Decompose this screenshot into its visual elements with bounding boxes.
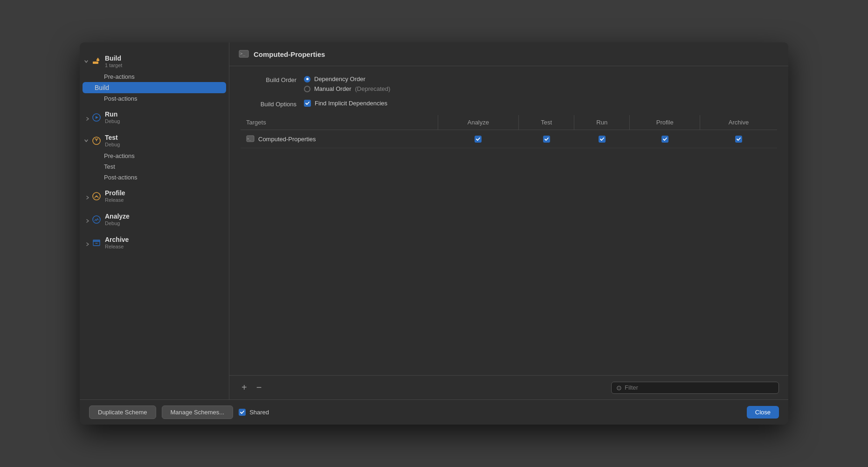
archive-checkbox[interactable] [735, 136, 742, 143]
build-order-label: Build Order [241, 76, 296, 83]
filter-icon: ⊙ [616, 384, 622, 391]
profile-title-block: Profile Release [105, 189, 125, 203]
post-actions-test-label: Post-actions [104, 174, 138, 181]
main-header: >_ Computed-Properties [229, 42, 788, 66]
target-name-cell: >_ Computed-Properties [241, 130, 438, 148]
run-icon [92, 113, 101, 122]
chevron-analyze-icon [85, 217, 90, 222]
sidebar-section-run: Run Debug [80, 106, 229, 129]
sidebar-section-analyze: Analyze Debug [80, 208, 229, 231]
manual-order-option[interactable]: Manual Order (Deprecated) [304, 85, 390, 92]
analyze-checkbox-cell[interactable] [438, 130, 519, 148]
analyze-title: Analyze [105, 213, 130, 220]
col-profile: Profile [630, 115, 700, 130]
remove-button[interactable]: − [254, 381, 265, 394]
chevron-build-icon [85, 59, 90, 64]
checkmark-icon: ✓ [86, 84, 92, 91]
analyze-subtitle: Debug [105, 220, 130, 227]
build-action-label: Build [95, 84, 109, 91]
sidebar-section-profile: Profile Release [80, 185, 229, 208]
test-checkbox-cell[interactable] [519, 130, 574, 148]
analyze-icon [92, 215, 101, 224]
col-test: Test [519, 115, 574, 130]
test-action-label: Test [104, 163, 115, 170]
analyze-checkbox[interactable] [475, 136, 482, 143]
svg-rect-0 [93, 62, 98, 64]
sidebar-group-archive[interactable]: Archive Release [80, 233, 229, 253]
find-implicit-option[interactable]: Find Implicit Dependencies [304, 100, 387, 107]
col-analyze: Analyze [438, 115, 519, 130]
run-checkbox-cell[interactable] [574, 130, 630, 148]
run-title-block: Run Debug [105, 110, 120, 124]
run-subtitle: Debug [105, 118, 120, 124]
pre-actions-test-label: Pre-actions [104, 152, 135, 159]
profile-subtitle: Release [105, 197, 125, 203]
sidebar-group-analyze[interactable]: Analyze Debug [80, 210, 229, 229]
sidebar-group-profile[interactable]: Profile Release [80, 186, 229, 206]
sidebar-item-test-action[interactable]: Test [80, 161, 229, 172]
test-subtitle: Debug [105, 142, 120, 148]
sidebar-group-build[interactable]: Build 1 target [80, 52, 229, 71]
dependency-order-label: Dependency Order [314, 76, 365, 82]
chevron-test-icon [85, 138, 90, 143]
build-title: Build [105, 55, 122, 62]
test-title-block: Test Debug [105, 134, 120, 148]
target-icon: >_ [246, 135, 255, 143]
col-targets: Targets [241, 115, 438, 130]
find-implicit-checkbox[interactable] [304, 100, 311, 107]
profile-title: Profile [105, 189, 125, 197]
main-footer: + − ⊙ [229, 375, 788, 399]
duplicate-scheme-button[interactable]: Duplicate Scheme [89, 405, 156, 419]
sidebar-item-post-actions-build[interactable]: Post-actions [80, 93, 229, 104]
main-header-title: Computed-Properties [254, 50, 325, 58]
target-name-label: Computed-Properties [258, 136, 316, 143]
manual-order-radio[interactable] [304, 86, 310, 92]
svg-text:>_: >_ [240, 51, 245, 56]
add-button[interactable]: + [239, 381, 250, 394]
main-header-icon: >_ [239, 49, 249, 59]
test-checkbox[interactable] [543, 136, 550, 143]
sidebar-group-run[interactable]: Run Debug [80, 108, 229, 127]
run-title: Run [105, 110, 120, 118]
close-button[interactable]: Close [747, 406, 779, 419]
profile-checkbox[interactable] [661, 136, 668, 143]
dependency-order-radio[interactable] [304, 76, 310, 82]
shared-wrap: Shared [239, 409, 269, 416]
sidebar-item-pre-actions-test[interactable]: Pre-actions [80, 151, 229, 161]
archive-title: Archive [105, 236, 129, 244]
build-options-label: Build Options [241, 100, 296, 108]
hammer-icon [92, 57, 101, 66]
sidebar-item-pre-actions-build[interactable]: Pre-actions [80, 71, 229, 82]
profile-icon [92, 192, 101, 201]
sidebar-item-build-action[interactable]: ✓ Build [83, 82, 226, 93]
archive-subtitle: Release [105, 244, 129, 250]
run-checkbox[interactable] [599, 136, 606, 143]
filter-input[interactable] [625, 384, 774, 391]
build-order-options: Dependency Order Manual Order (Deprecate… [304, 76, 390, 92]
build-options-row: Build Options Find Implicit Dependencies [241, 100, 777, 108]
profile-checkbox-cell[interactable] [630, 130, 700, 148]
sidebar: Build 1 target Pre-actions ✓ Build Post-… [80, 42, 229, 399]
svg-point-6 [96, 195, 97, 197]
post-actions-build-label: Post-actions [104, 95, 138, 102]
analyze-title-block: Analyze Debug [105, 213, 130, 227]
bottom-bar: Duplicate Scheme Manage Schemes... Share… [80, 399, 788, 425]
test-title: Test [105, 134, 120, 142]
dialog-content: Build 1 target Pre-actions ✓ Build Post-… [80, 42, 788, 399]
chevron-profile-icon [85, 194, 90, 199]
targets-table: Targets Analyze Test Run Profile Archive [241, 115, 777, 148]
sidebar-group-test[interactable]: Test Debug [80, 131, 229, 151]
col-run: Run [574, 115, 630, 130]
sidebar-item-post-actions-test[interactable]: Post-actions [80, 172, 229, 183]
table-row: >_ Computed-Properties [241, 130, 777, 148]
target-name-inner: >_ Computed-Properties [246, 135, 432, 143]
dependency-order-option[interactable]: Dependency Order [304, 76, 390, 82]
chevron-archive-icon [85, 240, 90, 245]
svg-text:>_: >_ [247, 137, 251, 141]
manage-schemes-button[interactable]: Manage Schemes... [162, 405, 234, 419]
shared-checkbox[interactable] [239, 409, 246, 416]
main-content: >_ Computed-Properties Build Order Depen… [229, 42, 788, 399]
sidebar-section-test: Test Debug Pre-actions Test Post-actions [80, 129, 229, 185]
sidebar-section-build: Build 1 target Pre-actions ✓ Build Post-… [80, 50, 229, 106]
archive-checkbox-cell[interactable] [700, 130, 777, 148]
